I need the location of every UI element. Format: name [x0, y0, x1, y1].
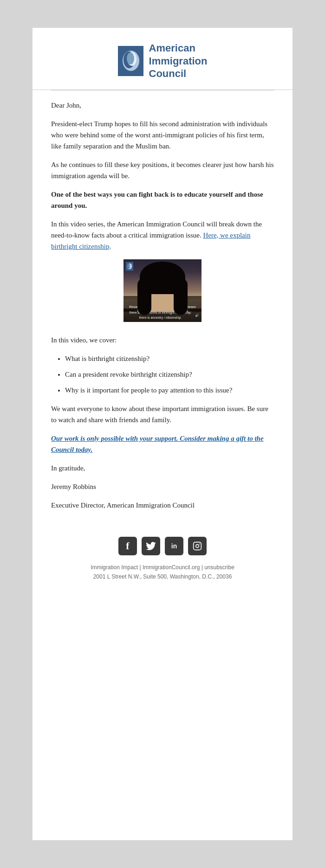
paragraph-3-bold: One of the best ways you can fight back … — [51, 189, 274, 211]
hair-right — [174, 278, 188, 315]
closing: In gratitude, — [51, 463, 274, 474]
paragraph-5: We want everyone to know about these imp… — [51, 403, 274, 425]
video-cover-label: In this video, we cover: — [51, 334, 274, 346]
email-container: American Immigration Council Dear John, … — [32, 28, 292, 840]
social-icons-row: f in — [32, 537, 292, 555]
video-thumbnail[interactable]: Laila Khan, Research Associate, Transpar… — [124, 259, 202, 322]
email-body: Dear John, President-elect Trump hopes t… — [32, 90, 292, 527]
video-logo-overlay — [126, 262, 133, 274]
bullet-list: What is birthright citizenship? Can a pr… — [65, 353, 274, 396]
facebook-icon[interactable]: f — [118, 537, 137, 555]
footer-link-unsubscribe[interactable]: unsubscribe — [204, 564, 234, 571]
bullet-item-1: What is birthright citizenship? — [65, 353, 274, 364]
bullet-item-3: Why is it important for people to pay at… — [65, 385, 274, 396]
logo-container: American Immigration Council — [42, 42, 283, 80]
svg-point-4 — [127, 52, 134, 64]
paragraph-1: President-elect Trump hopes to fill his … — [51, 118, 274, 152]
video-container[interactable]: Laila Khan, Research Associate, Transpar… — [51, 259, 274, 325]
volume-icon: 🔊 — [195, 313, 199, 318]
email-header: American Immigration Council — [32, 28, 292, 90]
twitter-icon[interactable] — [142, 537, 160, 555]
footer-link-immigration-council[interactable]: ImmigrationCouncil.org — [143, 564, 200, 571]
footer-nav: Immigration Impact | ImmigrationCouncil.… — [32, 563, 292, 572]
signature-name: Jeremy Robbins — [51, 481, 274, 492]
footer-link-immigration-impact[interactable]: Immigration Impact — [91, 564, 138, 571]
org-logo-icon — [118, 46, 143, 76]
svg-point-9 — [129, 264, 131, 267]
paragraph-2: As he continues to fill these key positi… — [51, 159, 274, 181]
svg-rect-10 — [194, 542, 202, 550]
instagram-icon[interactable] — [188, 537, 207, 555]
cta-paragraph: Our work is only possible with your supp… — [51, 433, 274, 455]
greeting: Dear John, — [51, 100, 274, 111]
paragraph-4-suffix: . — [109, 243, 111, 250]
linkedin-icon[interactable]: in — [165, 537, 183, 555]
bullet-item-2: Can a president revoke birthright citize… — [65, 369, 274, 380]
signature-title: Executive Director, American Immigration… — [51, 500, 274, 511]
footer-links: Immigration Impact | ImmigrationCouncil.… — [32, 563, 292, 582]
cta-link[interactable]: Our work is only possible with your supp… — [51, 435, 264, 453]
footer-address: 2001 L Street N.W., Suite 500, Washingto… — [32, 572, 292, 581]
social-section: f in Immigration Impact | Immigration — [32, 537, 292, 582]
svg-point-11 — [196, 544, 199, 547]
hair-left — [137, 278, 151, 315]
paragraph-4: In this video series, the American Immig… — [51, 219, 274, 252]
svg-point-12 — [199, 543, 200, 544]
org-name: American Immigration Council — [149, 42, 208, 80]
